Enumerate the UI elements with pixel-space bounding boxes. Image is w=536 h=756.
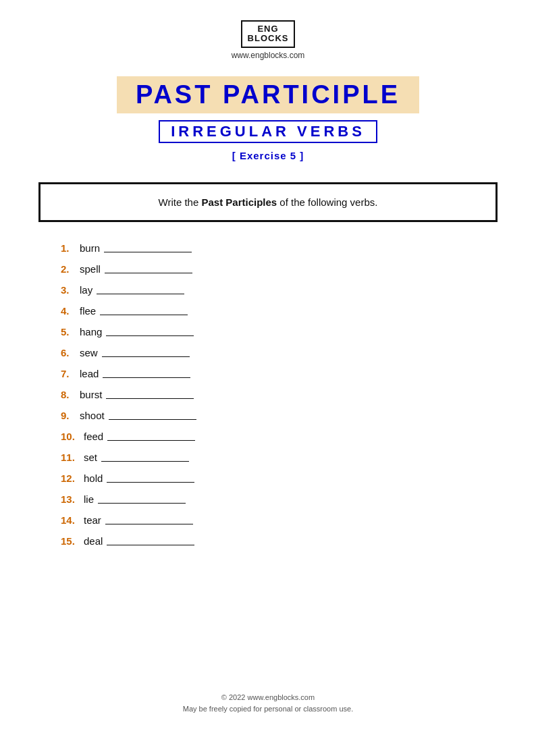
- verb-number: 10.: [61, 431, 84, 442]
- logo-blocks: BLOCKS: [248, 34, 289, 43]
- list-item: 13. lie: [61, 493, 495, 505]
- answer-line: [100, 315, 188, 315]
- answer-line: [97, 294, 184, 294]
- list-item: 6. sew: [61, 347, 495, 358]
- list-item: 4. flee: [61, 305, 495, 317]
- list-item: 15. deal: [61, 535, 495, 547]
- footer-copyright: © 2022 www.engblocks.com: [183, 692, 354, 704]
- logo-box: ENG BLOCKS: [241, 20, 296, 48]
- answer-line: [106, 398, 194, 399]
- footer: © 2022 www.engblocks.com May be freely c…: [183, 651, 354, 716]
- answer-line: [104, 252, 192, 252]
- answer-line: [103, 377, 190, 378]
- exercise-label: [ Exercise 5 ]: [232, 150, 304, 161]
- logo-area: ENG BLOCKS www.engblocks.com: [232, 20, 305, 60]
- sub-title: IRREGULAR VERBS: [159, 120, 377, 143]
- verb-list: 1. burn 2. spell 3. lay 4. flee 5. hang …: [41, 242, 495, 556]
- list-item: 11. set: [61, 452, 495, 463]
- list-item: 14. tear: [61, 514, 495, 526]
- list-item: 8. burst: [61, 389, 495, 400]
- verb-word: lead: [80, 368, 99, 379]
- verb-number: 9.: [61, 410, 80, 421]
- answer-line: [102, 356, 190, 357]
- verb-number: 2.: [61, 263, 80, 275]
- verb-number: 13.: [61, 493, 84, 505]
- list-item: 1. burn: [61, 242, 495, 254]
- title-section: PAST PARTICIPLE IRREGULAR VERBS [ Exerci…: [41, 76, 495, 162]
- instruction-suffix: of the following verbs.: [277, 196, 377, 208]
- answer-line: [107, 545, 194, 545]
- verb-word: deal: [84, 535, 103, 547]
- verb-number: 12.: [61, 473, 84, 484]
- list-item: 3. lay: [61, 284, 495, 296]
- page: ENG BLOCKS www.engblocks.com PAST PARTIC…: [0, 0, 536, 756]
- instruction-box: Write the Past Participles of the follow…: [38, 182, 498, 222]
- verb-word: burst: [80, 389, 102, 400]
- verb-number: 7.: [61, 368, 80, 379]
- verb-number: 4.: [61, 305, 80, 317]
- list-item: 12. hold: [61, 473, 495, 484]
- answer-line: [109, 419, 196, 420]
- verb-number: 1.: [61, 242, 80, 254]
- verb-word: feed: [84, 431, 103, 442]
- verb-word: lie: [84, 493, 94, 505]
- verb-word: hold: [84, 473, 103, 484]
- verb-word: flee: [80, 305, 96, 317]
- verb-word: set: [84, 452, 97, 463]
- verb-number: 14.: [61, 514, 84, 526]
- verb-number: 3.: [61, 284, 80, 296]
- verb-word: lay: [80, 284, 92, 296]
- verb-word: sew: [80, 347, 98, 358]
- answer-line: [107, 482, 194, 483]
- instruction-bold: Past Participles: [201, 196, 277, 208]
- verb-number: 8.: [61, 389, 80, 400]
- verb-number: 6.: [61, 347, 80, 358]
- logo-eng: ENG: [248, 24, 289, 34]
- list-item: 2. spell: [61, 263, 495, 275]
- verb-word: tear: [84, 514, 101, 526]
- instruction-prefix: Write the: [159, 196, 202, 208]
- answer-line: [107, 440, 195, 441]
- answer-line: [106, 335, 194, 336]
- answer-line: [105, 273, 192, 273]
- answer-line: [101, 461, 189, 462]
- verb-word: spell: [80, 263, 101, 275]
- footer-license: May be freely copied for personal or cla…: [183, 703, 354, 716]
- verb-word: burn: [80, 242, 100, 254]
- answer-line: [105, 524, 193, 524]
- list-item: 7. lead: [61, 368, 495, 379]
- website-url: www.engblocks.com: [232, 51, 305, 60]
- list-item: 5. hang: [61, 326, 495, 338]
- list-item: 10. feed: [61, 431, 495, 442]
- main-title: PAST PARTICIPLE: [117, 76, 419, 113]
- verb-number: 11.: [61, 452, 84, 463]
- verb-word: hang: [80, 326, 102, 338]
- verb-number: 15.: [61, 535, 84, 547]
- verb-word: shoot: [80, 410, 105, 421]
- verb-number: 5.: [61, 326, 80, 338]
- list-item: 9. shoot: [61, 410, 495, 421]
- answer-line: [98, 503, 186, 504]
